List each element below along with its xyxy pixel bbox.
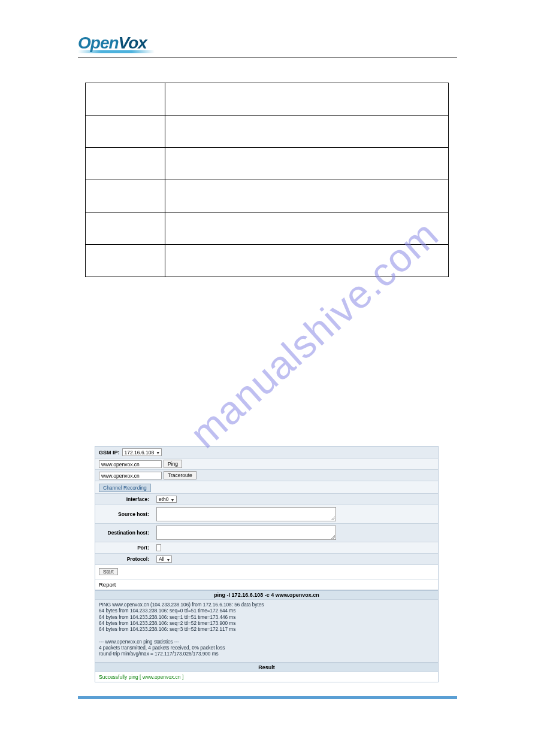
ping-output: PING www.openvox.cn (104.233.238.106) fr… <box>95 600 438 663</box>
table-row <box>86 83 449 116</box>
footer-bar <box>78 696 457 699</box>
traceroute-row: www.openvox.cn Traceroute <box>95 470 438 481</box>
section-tabs: Channel Recording <box>95 481 438 494</box>
table-row <box>86 212 449 245</box>
table-row <box>86 148 449 180</box>
port-label: Port: <box>95 542 153 553</box>
ping-host-input[interactable]: www.openvox.cn <box>99 460 162 468</box>
interface-select[interactable]: eth0 <box>156 496 177 503</box>
screenshot-panel: GSM IP: 172.16.6.108 www.openvox.cn Ping… <box>95 446 439 682</box>
port-input[interactable] <box>156 544 161 551</box>
protocol-row: Protocol: All <box>95 554 438 565</box>
ping-command-title: ping -I 172.16.6.108 -c 4 www.openvox.cn <box>95 590 438 600</box>
logo-left: Open <box>78 34 119 52</box>
table-row <box>86 180 449 212</box>
dest-host-row: Destination host: <box>95 524 438 542</box>
source-host-label: Source host: <box>95 505 153 520</box>
dest-host-label: Destination host: <box>95 524 153 538</box>
gsm-ip-row: GSM IP: 172.16.6.108 <box>95 447 438 459</box>
protocol-select[interactable]: All <box>156 555 172 563</box>
interface-row: Interface: eth0 <box>95 494 438 505</box>
header: OpenVox <box>78 34 457 57</box>
table-row <box>86 245 449 277</box>
definitions-table <box>85 83 449 277</box>
traceroute-button[interactable]: Traceroute <box>164 471 197 479</box>
result-title: Result <box>95 663 438 672</box>
start-row: Start <box>95 565 438 579</box>
report-label: Report <box>95 579 438 590</box>
table-row <box>86 116 449 148</box>
tab-channel-recording[interactable]: Channel Recording <box>99 484 151 492</box>
interface-label: Interface: <box>95 494 153 505</box>
traceroute-host-input[interactable]: www.openvox.cn <box>99 472 162 479</box>
dest-host-input[interactable] <box>156 526 336 540</box>
logo: OpenVox <box>78 34 457 53</box>
port-row: Port: <box>95 542 438 554</box>
gsm-ip-select[interactable]: 172.16.6.108 <box>122 448 162 456</box>
source-host-row: Source host: <box>95 505 438 524</box>
start-button[interactable]: Start <box>99 568 118 575</box>
ping-row: www.openvox.cn Ping <box>95 459 438 470</box>
source-host-input[interactable] <box>156 507 336 521</box>
result-text: Successfully ping [ www.openvox.cn ] <box>95 672 438 682</box>
ping-button[interactable]: Ping <box>164 460 182 468</box>
gsm-ip-label: GSM IP: <box>99 450 120 456</box>
protocol-label: Protocol: <box>95 554 153 564</box>
logo-right: Vox <box>119 34 147 52</box>
